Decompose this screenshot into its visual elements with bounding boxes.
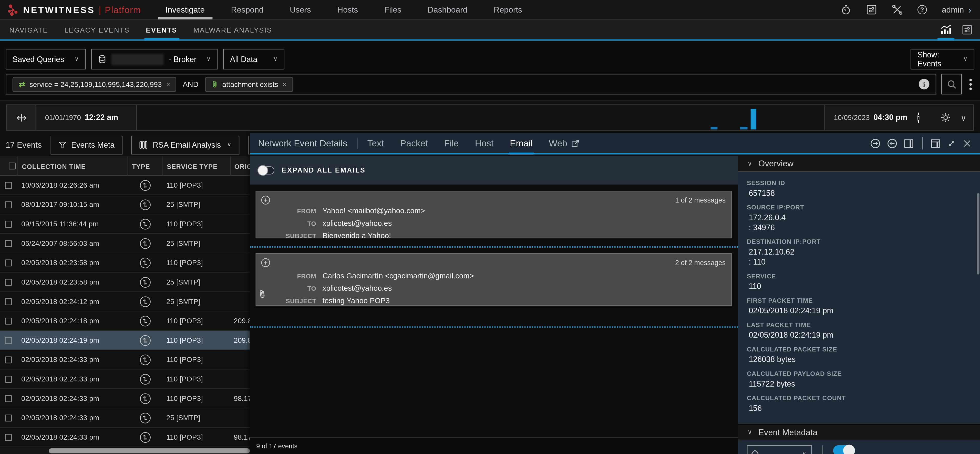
top-nav-item[interactable]: Investigate xyxy=(152,0,218,19)
stopwatch-icon[interactable] xyxy=(841,4,851,15)
top-nav-item[interactable]: Hosts xyxy=(324,0,371,19)
table-row[interactable]: 02/05/2018 02:24:33 pm ⇅ 110 [POP3] xyxy=(0,350,262,370)
timeline-histogram[interactable] xyxy=(136,105,825,130)
top-nav-item[interactable]: Files xyxy=(371,0,415,19)
row-checkbox[interactable] xyxy=(5,356,12,363)
vertical-scrollbar-thumb[interactable] xyxy=(977,193,980,274)
timeline: 01/01/1970 12:22 am 10/09/2023 04:30 pm … xyxy=(6,104,974,131)
column-preferences-icon[interactable] xyxy=(962,20,972,40)
timeline-end-time[interactable]: 04:30 pm xyxy=(873,113,907,122)
horizontal-scrollbar-thumb[interactable] xyxy=(49,448,250,454)
user-menu[interactable]: admin › xyxy=(942,5,971,14)
row-checkbox[interactable] xyxy=(5,414,12,421)
previous-event-icon[interactable] xyxy=(887,138,897,148)
top-nav-item[interactable]: Dashboard xyxy=(415,0,480,19)
field-value: 657158 xyxy=(747,189,971,198)
service-source-dropdown[interactable]: - Broker ∨ xyxy=(91,49,218,70)
events-timeline-chart-icon[interactable] xyxy=(940,24,952,35)
sub-nav-item[interactable]: NAVIGATE xyxy=(1,20,56,40)
select-all-checkbox[interactable] xyxy=(9,162,16,169)
query-info-icon[interactable]: i xyxy=(919,79,929,89)
table-row[interactable]: 02/05/2018 02:24:33 pm ⇅ 25 [SMTP] xyxy=(0,408,262,428)
sub-nav-item[interactable]: EVENTS xyxy=(138,20,185,40)
expand-panel-icon[interactable] xyxy=(947,139,956,148)
event-metadata-section-header[interactable]: ∨ Event Metadata xyxy=(738,424,980,440)
row-checkbox[interactable] xyxy=(5,317,12,324)
row-checkbox[interactable] xyxy=(5,376,12,382)
metadata-view-dropdown[interactable]: ∨ xyxy=(747,445,812,454)
time-range-dropdown[interactable]: All Data ∨ xyxy=(223,49,285,70)
saved-queries-dropdown[interactable]: Saved Queries ∨ xyxy=(6,49,86,70)
admin-tools-icon[interactable] xyxy=(892,4,902,15)
metadata-toggle[interactable] xyxy=(833,445,854,454)
panel-tab[interactable]: Web xyxy=(541,133,587,153)
sub-nav-item[interactable]: MALWARE ANALYSIS xyxy=(185,20,280,40)
timeline-start-datetime[interactable]: 01/01/1970 12:22 am xyxy=(36,105,136,130)
table-row[interactable]: 02/05/2018 02:24:18 pm ⇅ 110 [POP3] 209.… xyxy=(0,311,262,331)
show-events-dropdown[interactable]: Show: Events ∨ xyxy=(910,49,974,70)
row-checkbox[interactable] xyxy=(5,201,12,208)
more-options-kebab-icon[interactable] xyxy=(967,78,974,90)
table-row[interactable]: 02/05/2018 02:24:12 pm ⇅ 25 [SMTP] xyxy=(0,292,262,311)
remove-filter-icon[interactable]: × xyxy=(166,80,170,88)
remove-filter-icon[interactable]: × xyxy=(283,80,287,88)
column-header-collection-time[interactable]: COLLECTION TIME xyxy=(18,156,127,176)
email-card[interactable]: + 2 of 2 messages FROM Carlos Gacimartín… xyxy=(256,253,732,306)
overview-section-header[interactable]: ∨ Overview xyxy=(738,156,980,172)
filter-pill-attachment[interactable]: attachment exists × xyxy=(205,76,293,92)
email-card[interactable]: + 1 of 2 messages FROM Yahoo! <mailbot@y… xyxy=(256,191,732,238)
filter-pill-service[interactable]: ⇄ service = 24,25,109,110,995,143,220,99… xyxy=(13,76,177,92)
column-header-type[interactable]: TYPE xyxy=(127,156,163,176)
row-checkbox[interactable] xyxy=(5,395,12,402)
row-checkbox[interactable] xyxy=(5,337,12,344)
top-nav-item[interactable]: Reports xyxy=(480,0,536,19)
row-checkbox[interactable] xyxy=(5,279,12,285)
timeline-end-date[interactable]: 10/09/2023 xyxy=(834,114,870,121)
table-row[interactable]: 02/05/2018 02:24:33 pm ⇅ 110 [POP3] 98.1… xyxy=(0,389,262,408)
expand-all-emails-toggle[interactable] xyxy=(258,166,274,174)
chevron-down-icon: ∨ xyxy=(748,429,752,435)
table-row[interactable]: 02/05/2018 02:23:58 pm ⇅ 110 [POP3] xyxy=(0,253,262,273)
timeline-info-icon[interactable]: i xyxy=(917,112,919,123)
panel-tab[interactable]: File xyxy=(436,133,467,153)
table-row[interactable]: 02/05/2018 02:24:19 pm ⇅ 110 [POP3] 209.… xyxy=(0,331,262,350)
layout-toggle-icon[interactable] xyxy=(931,139,940,148)
table-row[interactable]: 09/15/2015 11:36:44 pm ⇅ 110 [POP3] xyxy=(0,215,262,234)
next-event-icon[interactable] xyxy=(870,138,881,148)
side-panel-toggle-icon[interactable] xyxy=(904,139,914,148)
top-nav-item[interactable]: Users xyxy=(277,0,324,19)
timeline-settings-gear-icon[interactable] xyxy=(940,113,951,123)
row-checkbox[interactable] xyxy=(5,240,12,247)
panel-tab[interactable]: Text xyxy=(359,133,392,153)
table-row[interactable]: 08/01/2017 09:10:15 am ⇅ 25 [SMTP] xyxy=(0,195,262,215)
row-checkbox[interactable] xyxy=(5,220,12,228)
expand-email-icon[interactable]: + xyxy=(261,196,270,205)
timeline-resize-handle[interactable] xyxy=(7,105,37,130)
brand[interactable]: NETWITNESS | Platform xyxy=(0,0,152,19)
overview-sidebar: ∨ Overview SESSION ID 657158 xyxy=(738,156,980,454)
top-nav-item[interactable]: Respond xyxy=(218,0,277,19)
sub-nav-item[interactable]: LEGACY EVENTS xyxy=(56,20,138,40)
profile-preferences-icon[interactable] xyxy=(866,4,877,15)
row-checkbox[interactable] xyxy=(5,259,12,266)
row-checkbox[interactable] xyxy=(5,182,12,189)
table-row[interactable]: 02/05/2018 02:24:33 pm ⇅ 110 [POP3] 98.1… xyxy=(0,428,262,447)
table-row[interactable]: 06/24/2007 08:56:03 am ⇅ 25 [SMTP] xyxy=(0,234,262,253)
search-button[interactable] xyxy=(941,74,962,95)
query-filter-bar[interactable]: ⇄ service = 24,25,109,110,995,143,220,99… xyxy=(6,74,936,95)
help-icon[interactable]: ? xyxy=(918,5,927,14)
panel-tab[interactable]: Host xyxy=(467,133,502,153)
panel-tab[interactable]: Email xyxy=(502,133,541,153)
panel-tab[interactable]: Packet xyxy=(392,133,436,153)
row-checkbox[interactable] xyxy=(5,298,12,305)
column-group-dropdown[interactable]: RSA Email Analysis ∨ xyxy=(131,135,239,154)
table-row[interactable]: 02/05/2018 02:23:58 pm ⇅ 25 [SMTP] xyxy=(0,273,262,292)
expand-email-icon[interactable]: + xyxy=(261,258,270,267)
events-meta-button[interactable]: Events Meta xyxy=(51,135,123,154)
row-checkbox[interactable] xyxy=(5,434,12,441)
column-header-service-type[interactable]: SERVICE TYPE xyxy=(162,156,230,176)
table-row[interactable]: 10/06/2018 02:26:26 am ⇅ 110 [POP3] xyxy=(0,175,262,195)
timeline-collapse-chevron-icon[interactable]: ∨ xyxy=(961,113,966,122)
table-row[interactable]: 02/05/2018 02:24:33 pm ⇅ 110 [POP3] xyxy=(0,370,262,389)
close-panel-icon[interactable] xyxy=(963,139,972,148)
